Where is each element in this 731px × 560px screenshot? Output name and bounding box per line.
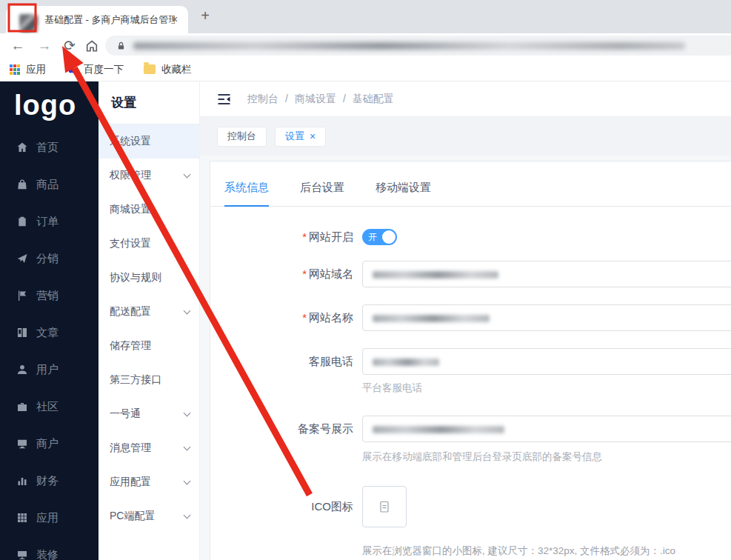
shopping-bag-icon xyxy=(16,179,28,190)
bookmark-apps[interactable]: 应用 xyxy=(10,63,46,76)
tab-backend-settings[interactable]: 后台设置 xyxy=(300,181,344,206)
submenu-item-appconfig[interactable]: 应用配置 xyxy=(99,465,199,499)
submenu-item-thirdparty[interactable]: 第三方接口 xyxy=(99,363,199,397)
lock-icon xyxy=(116,41,126,51)
field-helper: 平台客服电话 xyxy=(362,381,731,395)
logo: logo xyxy=(0,81,99,129)
form-row-site-open: *网站开启 开 xyxy=(210,224,731,250)
sidebar-item-users[interactable]: 用户 xyxy=(0,351,99,388)
secondary-sidebar: 设置 系统设置 权限管理 商城设置 支付设置 协议与规则 配送配置 储存管理 第… xyxy=(99,81,200,560)
sidebar-item-distribution[interactable]: 分销 xyxy=(0,240,99,277)
site-open-toggle[interactable]: 开 xyxy=(362,229,397,245)
url-redacted xyxy=(133,42,685,50)
form-row-ico: ICO图标 展示在浏览器窗口的小图标, 建议尺寸：32*32px, 文件格式必须… xyxy=(210,486,731,558)
browser-tab[interactable]: 基础配置 - 多商户商城后台管理 × xyxy=(6,6,188,33)
field-label: ICO图标 xyxy=(210,486,362,558)
bookmark-label: 百度一下 xyxy=(84,63,124,76)
home-icon[interactable] xyxy=(81,33,102,58)
form-row-service-phone: 客服电话 平台客服电话 xyxy=(210,348,731,395)
breadcrumb-separator: / xyxy=(285,93,288,106)
sidebar-item-label: 应用 xyxy=(36,511,59,525)
submenu-item-messages[interactable]: 消息管理 xyxy=(99,431,199,465)
monitor-icon xyxy=(16,438,28,450)
grid-icon xyxy=(16,512,28,524)
bookmark-label: 应用 xyxy=(26,63,46,76)
reload-icon[interactable]: ⟳ xyxy=(59,33,80,58)
sidebar-item-label: 首页 xyxy=(36,141,59,155)
url-bar[interactable] xyxy=(105,36,731,56)
baidu-paw-icon xyxy=(66,64,78,75)
admin-app: logo 首页 商品 订单 分销 营销 xyxy=(0,81,731,560)
submenu-title: 设置 xyxy=(99,81,199,124)
tag-settings[interactable]: 设置 × xyxy=(275,127,326,147)
submenu-item-system[interactable]: 系统设置 xyxy=(99,124,199,159)
submenu-item-storage[interactable]: 储存管理 xyxy=(99,329,199,363)
flag-icon xyxy=(16,290,28,301)
sidebar-item-label: 社区 xyxy=(36,400,59,414)
sidebar-item-label: 财务 xyxy=(36,474,59,488)
breadcrumb-item[interactable]: 控制台 xyxy=(247,93,278,106)
settings-tabs: 系统信息 后台设置 移动端设置 xyxy=(210,161,731,207)
collapse-menu-icon[interactable] xyxy=(217,93,231,106)
sidebar-item-home[interactable]: 首页 xyxy=(0,129,99,166)
sidebar-item-label: 订单 xyxy=(36,215,59,229)
chevron-down-icon xyxy=(184,307,191,314)
form-row-site-domain: *网站域名 xyxy=(210,261,731,287)
breadcrumb-item[interactable]: 基础配置 xyxy=(353,93,394,106)
form-row-site-name: *网站名称 xyxy=(210,304,731,331)
sidebar-item-goods[interactable]: 商品 xyxy=(0,166,99,203)
service-phone-input[interactable] xyxy=(362,348,731,375)
sidebar-item-decorate[interactable]: 装修 xyxy=(0,536,99,560)
submenu-item-permissions[interactable]: 权限管理 xyxy=(99,159,199,193)
sidebar-item-label: 装修 xyxy=(36,548,59,560)
sidebar-item-label: 用户 xyxy=(36,363,59,377)
breadcrumb-item[interactable]: 商城设置 xyxy=(295,93,336,106)
field-helper: 展示在移动端底部和管理后台登录页底部的备案号信息 xyxy=(362,450,731,464)
breadcrumb-separator: / xyxy=(343,93,346,106)
sidebar-item-label: 商户 xyxy=(36,437,59,451)
icp-input[interactable] xyxy=(362,416,731,442)
tag-nav: 控制台 设置 × xyxy=(200,117,731,156)
chevron-down-icon xyxy=(184,443,191,450)
site-name-input[interactable] xyxy=(362,304,731,331)
submenu-item-payment[interactable]: 支付设置 xyxy=(99,227,199,261)
browser-navbar: ← → ⟳ xyxy=(0,33,731,58)
forward-icon[interactable]: → xyxy=(34,33,55,58)
sidebar-item-label: 分销 xyxy=(36,252,59,266)
tab-mobile-settings[interactable]: 移动端设置 xyxy=(375,181,431,206)
sidebar-item-finance[interactable]: 财务 xyxy=(0,462,99,499)
site-domain-input[interactable] xyxy=(362,261,731,287)
bookmark-baidu[interactable]: 百度一下 xyxy=(66,63,124,76)
field-helper: 展示在浏览器窗口的小图标, 建议尺寸：32*32px, 文件格式必须为：.ico xyxy=(362,544,731,558)
tag-console[interactable]: 控制台 xyxy=(217,127,267,147)
field-label: *网站开启 xyxy=(210,224,362,250)
sidebar-item-articles[interactable]: 文章 xyxy=(0,314,99,351)
sidebar-item-marketing[interactable]: 营销 xyxy=(0,277,99,314)
redacted-value xyxy=(373,426,504,433)
submenu-item-pcconfig[interactable]: PC端配置 xyxy=(99,499,199,533)
close-tag-icon[interactable]: × xyxy=(310,130,316,142)
bookmark-folder[interactable]: 收藏栏 xyxy=(144,63,192,76)
breadcrumb: 控制台 / 商城设置 / 基础配置 xyxy=(247,93,394,106)
tab-system-info[interactable]: 系统信息 xyxy=(224,181,269,206)
sidebar-item-merchants[interactable]: 商户 xyxy=(0,425,99,462)
submenu-item-yihaotong[interactable]: 一号通 xyxy=(99,397,199,431)
sidebar-item-orders[interactable]: 订单 xyxy=(0,203,99,240)
form-row-icp: 备案号展示 展示在移动端底部和管理后台登录页底部的备案号信息 xyxy=(210,416,731,464)
new-tab-button[interactable]: + xyxy=(196,7,215,26)
back-icon[interactable]: ← xyxy=(7,33,28,58)
submenu-item-mall[interactable]: 商城设置 xyxy=(99,193,199,227)
home-nav-icon xyxy=(16,141,28,153)
ico-upload-box[interactable] xyxy=(362,486,407,527)
redacted-value xyxy=(373,315,490,322)
tab-close-icon[interactable]: × xyxy=(168,13,181,26)
field-label: *网站名称 xyxy=(210,304,362,331)
primary-sidebar: logo 首页 商品 订单 分销 营销 xyxy=(0,81,99,560)
sidebar-item-community[interactable]: 社区 xyxy=(0,388,99,425)
system-info-form: *网站开启 开 *网站域名 xyxy=(210,207,731,558)
sidebar-item-apps[interactable]: 应用 xyxy=(0,499,99,536)
image-placeholder-icon xyxy=(378,501,390,513)
submenu-item-agreements[interactable]: 协议与规则 xyxy=(99,261,199,295)
bookmark-label: 收藏栏 xyxy=(161,63,192,76)
submenu-item-delivery[interactable]: 配送配置 xyxy=(99,295,199,329)
